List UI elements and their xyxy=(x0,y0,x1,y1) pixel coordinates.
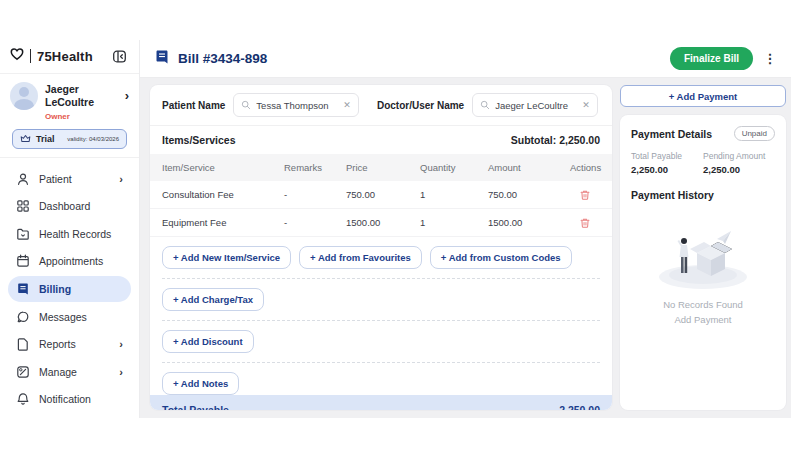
add-notes-button[interactable]: + Add Notes xyxy=(162,372,239,395)
sidebar-item-dashboard[interactable]: Dashboard xyxy=(8,193,131,219)
user-name: Jaeger LeCoultre xyxy=(45,83,118,109)
folder-icon xyxy=(16,227,30,241)
sidebar-item-notification[interactable]: Notification xyxy=(8,386,131,412)
dashed-divider xyxy=(162,362,600,363)
sidebar-menu: Patient › Dashboard Health Records Appoi… xyxy=(0,162,139,418)
subtotal-value: Subtotal: 2,250.00 xyxy=(511,134,600,146)
table-row: Consultation Fee - 750.00 1 750.00 xyxy=(150,181,612,209)
sidebar-item-label: Manage xyxy=(39,366,110,378)
sidebar-item-patient[interactable]: Patient › xyxy=(8,166,131,192)
brand-logo: 75Health xyxy=(10,47,109,65)
sidebar-collapse-icon[interactable] xyxy=(109,46,129,66)
finalize-bill-button[interactable]: Finalize Bill xyxy=(670,47,753,70)
sidebar-item-label: Patient xyxy=(39,173,110,185)
avatar xyxy=(10,82,38,110)
column-header: Remarks xyxy=(284,162,346,173)
patient-name-input[interactable] xyxy=(256,100,338,111)
total-payable-value: 2,250.00 xyxy=(631,164,703,175)
doctor-name-input[interactable] xyxy=(495,100,577,111)
item-remarks: - xyxy=(284,217,346,228)
person-icon xyxy=(16,172,30,186)
total-payable-label: Total Payable xyxy=(162,404,229,410)
trial-badge: Trial validity: 04/03/2026 xyxy=(12,129,127,149)
book-icon xyxy=(16,282,30,296)
sidebar-item-appointments[interactable]: Appointments xyxy=(8,248,131,274)
user-role: Owner xyxy=(0,112,139,127)
add-from-favourites-button[interactable]: + Add from Favourites xyxy=(299,246,422,269)
items-services-title: Items/Services xyxy=(162,134,236,146)
clear-icon[interactable]: ✕ xyxy=(343,100,351,110)
column-header: Amount xyxy=(488,162,570,173)
sidebar-item-billing[interactable]: Billing xyxy=(8,276,131,302)
item-price: 750.00 xyxy=(346,189,420,200)
sidebar-header: 75Health xyxy=(0,40,139,74)
bill-card: Patient Name ✕ Doctor/User Name ✕ xyxy=(150,85,612,410)
clear-icon[interactable]: ✕ xyxy=(582,100,590,110)
search-icon xyxy=(480,96,490,114)
item-amount: 1500.00 xyxy=(488,217,570,228)
column-header: Price xyxy=(346,162,420,173)
content: Patient Name ✕ Doctor/User Name ✕ xyxy=(140,78,791,418)
trial-validity: validity: 04/03/2026 xyxy=(67,136,119,142)
doctor-search-box: ✕ xyxy=(472,93,598,117)
add-new-item-button[interactable]: + Add New Item/Service xyxy=(162,246,291,269)
dashed-divider xyxy=(162,320,600,321)
app-window: 75Health Jaeger LeCoultre › Owner Trial xyxy=(0,40,791,418)
add-charge-tax-button[interactable]: + Add Charge/Tax xyxy=(162,288,264,311)
user-meta: Jaeger LeCoultre xyxy=(45,83,118,109)
no-records-text: No Records Found xyxy=(663,297,743,312)
item-quantity: 1 xyxy=(420,189,488,200)
sidebar-item-manage[interactable]: Manage › xyxy=(8,359,131,385)
pending-amount-value: 2,250.00 xyxy=(703,164,775,175)
sidebar-item-label: Notification xyxy=(39,393,123,405)
page: 75Health Jaeger LeCoultre › Owner Trial xyxy=(0,0,800,468)
sidebar-item-label: Messages xyxy=(39,311,123,323)
sidebar-item-reports[interactable]: Reports › xyxy=(8,331,131,357)
topbar: Bill #3434-898 Finalize Bill ⋮ xyxy=(140,40,791,78)
total-payable-label: Total Payable xyxy=(631,151,703,161)
document-icon xyxy=(16,337,30,351)
add-from-custom-codes-button[interactable]: + Add from Custom Codes xyxy=(430,246,572,269)
patient-name-label: Patient Name xyxy=(162,100,225,111)
payment-history-title: Payment History xyxy=(631,189,775,201)
chat-icon xyxy=(16,310,30,324)
brand-name: 75Health xyxy=(37,49,93,64)
delete-item-button[interactable] xyxy=(577,187,593,203)
sidebar: 75Health Jaeger LeCoultre › Owner Trial xyxy=(0,40,140,418)
sidebar-item-messages[interactable]: Messages xyxy=(8,304,131,330)
bill-icon xyxy=(154,49,170,69)
calendar-icon xyxy=(16,254,30,268)
status-badge: Unpaid xyxy=(734,126,775,141)
sidebar-item-label: Reports xyxy=(39,338,110,350)
trial-label: Trial xyxy=(36,134,55,144)
sidebar-item-label: Billing xyxy=(39,283,123,295)
add-discount-button[interactable]: + Add Discount xyxy=(162,330,254,353)
user-card[interactable]: Jaeger LeCoultre › xyxy=(0,74,139,112)
item-amount: 750.00 xyxy=(488,189,570,200)
kebab-menu-icon[interactable]: ⋮ xyxy=(761,52,779,65)
item-remarks: - xyxy=(284,189,346,200)
payment-details-card: Payment Details Unpaid Total Payable 2,2… xyxy=(620,115,786,410)
chevron-right-icon: › xyxy=(119,338,123,350)
sidebar-item-label: Dashboard xyxy=(39,200,123,212)
delete-item-button[interactable] xyxy=(577,215,593,231)
brand-divider xyxy=(30,49,31,63)
names-row: Patient Name ✕ Doctor/User Name ✕ xyxy=(150,85,612,126)
patient-search-box: ✕ xyxy=(233,93,359,117)
add-payment-button[interactable]: + Add Payment xyxy=(620,85,786,107)
main-area: Bill #3434-898 Finalize Bill ⋮ Patient N… xyxy=(140,40,791,418)
total-payable-value: 2,250.00 xyxy=(559,404,600,410)
doctor-name-label: Doctor/User Name xyxy=(377,100,464,111)
sidebar-item-label: Appointments xyxy=(39,255,123,267)
item-price: 1500.00 xyxy=(346,217,420,228)
item-quantity: 1 xyxy=(420,217,488,228)
crown-icon xyxy=(20,130,31,148)
column-header: Actions xyxy=(570,162,601,173)
sidebar-item-health-records[interactable]: Health Records xyxy=(8,221,131,247)
item-name: Consultation Fee xyxy=(162,189,284,200)
items-table: Item/Service Remarks Price Quantity Amou… xyxy=(150,154,612,237)
item-name: Equipment Fee xyxy=(162,217,284,228)
items-services-header: Items/Services Subtotal: 2,250.00 xyxy=(150,126,612,154)
empty-state-illustration xyxy=(653,215,753,297)
search-icon xyxy=(241,96,251,114)
